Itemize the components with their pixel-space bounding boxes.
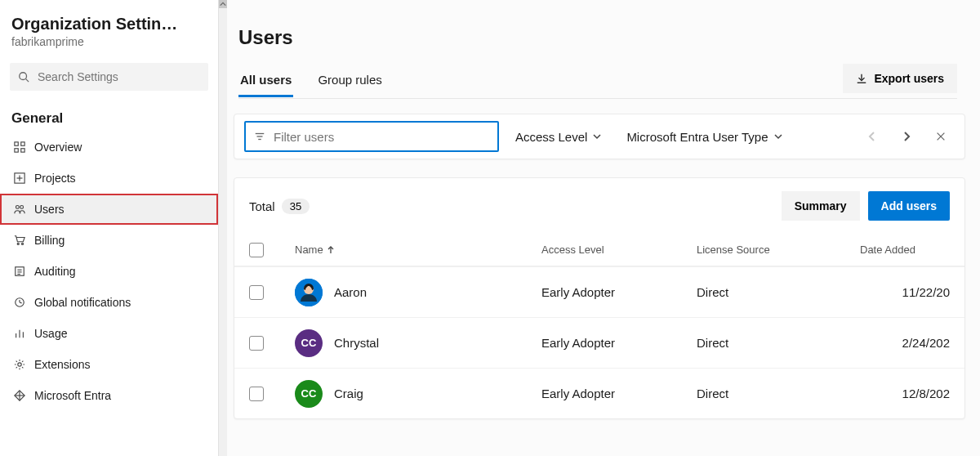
svg-point-9 [16,205,19,208]
chart-icon [13,327,26,340]
page-title: Users [238,26,957,49]
add-users-button[interactable]: Add users [868,191,950,221]
sidebar-item-usage[interactable]: Usage [0,318,218,349]
gear-icon [13,358,26,371]
sidebar-search-input[interactable] [36,69,200,84]
chevron-down-icon [592,132,602,141]
access-level-cell: Early Adopter [541,336,697,350]
row-checkbox[interactable] [249,285,264,300]
users-icon [13,203,26,216]
avatar: CC [295,380,323,408]
svg-rect-4 [15,149,18,152]
total-label: Total [249,199,275,213]
sidebar-section-general: General [0,94,218,132]
date-added-cell: 2/24/202 [860,336,950,350]
avatar [295,279,323,306]
svg-rect-2 [15,142,18,145]
list-icon [13,265,26,278]
export-users-button[interactable]: Export users [843,64,957,93]
license-source-cell: Direct [697,336,860,350]
table-row[interactable]: CCCraigEarly AdopterDirect12/8/202 [234,368,964,418]
svg-point-0 [20,73,27,80]
sidebar-subtitle: fabrikamprime [11,35,207,48]
clock-icon [13,296,26,309]
sort-asc-icon [327,246,335,254]
sidebar-item-global-notifications[interactable]: Global notifications [0,287,218,318]
sidebar-item-label: Projects [34,172,76,185]
col-license-header[interactable]: License Source [697,244,860,256]
users-table-card: Total 35 Summary Add users Name Access L… [234,177,965,419]
export-label: Export users [874,72,944,85]
sidebar-item-entra[interactable]: Microsoft Entra [0,380,218,411]
filter-input-field[interactable] [272,129,489,145]
sidebar-item-overview[interactable]: Overview [0,132,218,163]
table-row[interactable]: CCChrystalEarly AdopterDirect2/24/202 [234,317,964,368]
col-date-header[interactable]: Date Added [860,244,950,256]
sidebar-item-label: Extensions [34,358,90,371]
table-header: Name Access Level License Source Date Ad… [234,234,964,266]
tab-all-users[interactable]: All users [238,66,293,96]
next-page-button[interactable] [893,123,920,150]
select-all-checkbox[interactable] [249,243,264,257]
svg-rect-5 [21,149,24,152]
svg-line-19 [20,302,22,303]
table-row[interactable]: AaronEarly AdopterDirect11/22/20 [234,266,964,317]
row-checkbox[interactable] [249,336,264,351]
sidebar-item-label: Billing [34,234,65,247]
sidebar-item-label: Global notifications [34,296,131,309]
total-count-badge: 35 [282,199,310,214]
sidebar-item-auditing[interactable]: Auditing [0,256,218,287]
license-source-cell: Direct [697,285,860,299]
svg-point-12 [21,243,23,244]
col-access-header[interactable]: Access Level [541,244,697,256]
sidebar-item-extensions[interactable]: Extensions [0,349,218,380]
svg-rect-3 [21,142,24,145]
user-name: Chrystal [334,336,379,350]
sidebar-item-label: Users [34,203,65,216]
sidebar-scrollbar[interactable] [219,0,227,456]
sidebar-item-label: Microsoft Entra [34,389,111,402]
sidebar-item-users[interactable]: Users [0,194,218,225]
access-level-label: Access Level [515,130,587,144]
download-icon [856,73,867,84]
svg-line-1 [26,79,29,83]
access-level-cell: Early Adopter [541,285,697,299]
entra-type-label: Microsoft Entra User Type [626,130,768,144]
summary-button[interactable]: Summary [782,191,860,221]
search-icon [18,71,29,83]
filter-bar: Access Level Microsoft Entra User Type [234,114,965,159]
sidebar-item-label: Auditing [34,265,76,278]
filter-input[interactable] [244,121,499,152]
access-level-cell: Early Adopter [541,387,697,400]
sidebar-title: Organization Settin… [11,15,207,34]
prev-page-button[interactable] [858,123,886,150]
avatar: CC [295,329,323,357]
main-content: Users All users Group rules Export users [219,0,980,456]
sidebar-item-label: Usage [34,327,67,340]
license-source-cell: Direct [697,387,860,400]
sidebar-item-billing[interactable]: Billing [0,225,218,256]
date-added-cell: 12/8/202 [860,387,950,400]
user-name: Aaron [334,285,367,299]
close-filter-button[interactable] [927,123,955,150]
access-level-filter[interactable]: Access Level [507,122,610,151]
scroll-up-icon[interactable] [219,0,227,8]
col-name-header[interactable]: Name [295,244,541,256]
sidebar-search[interactable] [10,63,208,91]
sidebar-item-projects[interactable]: Projects [0,163,218,194]
cart-icon [13,234,26,247]
plus-square-icon [13,172,26,185]
svg-point-11 [17,243,19,244]
row-checkbox[interactable] [249,387,264,401]
chevron-down-icon [773,132,783,141]
entra-type-filter[interactable]: Microsoft Entra User Type [618,122,791,151]
user-name: Craig [334,387,363,400]
filter-icon [254,131,265,142]
svg-point-10 [20,205,24,208]
date-added-cell: 11/22/20 [860,285,950,299]
diamond-icon [13,389,26,402]
tab-group-rules[interactable]: Group rules [316,66,383,96]
svg-point-23 [18,363,21,366]
sidebar: Organization Settin… fabrikamprime Gener… [0,0,219,456]
grid-icon [13,141,26,154]
